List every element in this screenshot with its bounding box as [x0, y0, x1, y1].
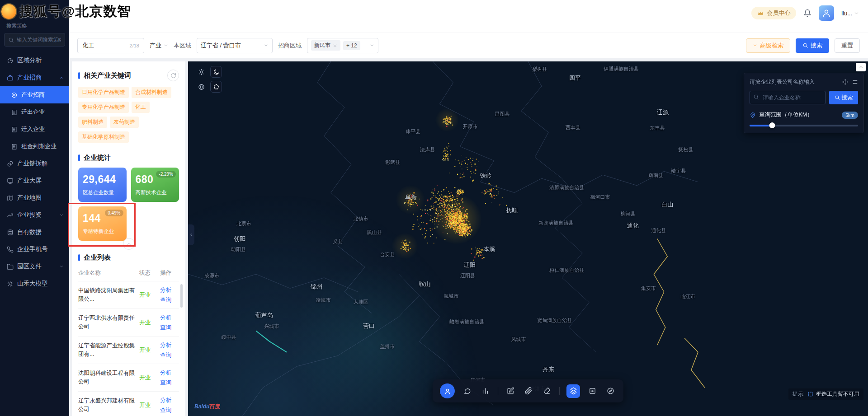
chevron-down-icon: [163, 43, 168, 48]
panel-collapse-handle[interactable]: [188, 224, 194, 245]
table-row: 辽宁省能源产业控股集团有...开业分析查询: [78, 337, 179, 364]
sidebar-item-产业招商[interactable]: 产业招商: [0, 86, 69, 103]
refresh-keywords-button[interactable]: [167, 70, 179, 81]
sidebar-item-产业地图[interactable]: 产业地图: [0, 189, 69, 206]
industry-dropdown[interactable]: 产业: [150, 42, 168, 50]
avatar[interactable]: [819, 5, 834, 21]
stats-section: 29,644区总企业数量680高新技术企业-2.29%144专精特新企业0.49…: [78, 168, 179, 241]
map-search-button[interactable]: 搜索: [829, 91, 858, 104]
map-panel-toggle-button[interactable]: [856, 63, 866, 71]
building-icon: [11, 109, 18, 116]
attribution-cjk: 百度: [209, 403, 220, 410]
keyword-tag[interactable]: 肥料制造: [78, 117, 107, 128]
region-select[interactable]: 辽宁省 / 营口市: [197, 38, 273, 53]
user-menu[interactable]: liu...: [841, 10, 859, 17]
keyword-tag[interactable]: 日用化学产品制造: [78, 87, 129, 98]
search-icon: [753, 94, 759, 100]
sidebar-item-山禾大模型[interactable]: 山禾大模型: [0, 275, 69, 292]
advanced-search-label: 高级检索: [760, 42, 783, 50]
range-value-badge: 5km: [842, 112, 858, 119]
action-link-分析[interactable]: 分析: [160, 314, 179, 322]
target-region-tag: 新民市: [311, 40, 340, 51]
sidebar-item-区域分析[interactable]: 区域分析: [0, 52, 69, 69]
table-row: 沈阳朗科建设工程有限公司开业分析查询: [78, 364, 179, 392]
map-tool-paperclip-button[interactable]: [523, 385, 534, 397]
map-company-input[interactable]: [750, 91, 826, 104]
action-link-查询[interactable]: 查询: [160, 407, 179, 414]
sidebar-item-园区文件[interactable]: 园区文件: [0, 258, 69, 275]
action-link-查询[interactable]: 查询: [160, 379, 179, 387]
action-link-查询[interactable]: 查询: [160, 351, 179, 359]
search-button[interactable]: 搜索: [796, 38, 829, 53]
folder-icon: [7, 263, 14, 270]
action-link-分析[interactable]: 分析: [160, 286, 179, 294]
advanced-search-button[interactable]: 高级检索: [746, 38, 790, 53]
reset-button-label: 重置: [841, 42, 853, 50]
sidebar-item-label: 自有数据: [17, 228, 42, 236]
map-tool-layers-button[interactable]: [566, 384, 580, 398]
sidebar-item-迁出企业[interactable]: 迁出企业: [0, 103, 69, 121]
sidebar-item-自有数据[interactable]: 自有数据: [0, 224, 69, 241]
chevron-down-icon: [753, 43, 758, 48]
map-tool-eraser-button[interactable]: [541, 385, 552, 397]
range-slider-knob[interactable]: [769, 122, 775, 128]
map-tool-bar-chart-button[interactable]: [480, 385, 491, 397]
map-control-globe-button[interactable]: [195, 81, 207, 93]
reset-button[interactable]: 重置: [835, 38, 860, 53]
map-controls: [195, 66, 222, 93]
stat-card-专精特新企业[interactable]: 144专精特新企业0.49%: [78, 206, 127, 241]
content: 相关产业关键词 日用化学产品制造合成材料制造专用化学产品制造化工肥料制造农药制造…: [69, 61, 868, 416]
map-control-polygon-button[interactable]: [210, 81, 222, 93]
bell-icon[interactable]: [803, 9, 811, 17]
map-control-moon-button[interactable]: [210, 66, 222, 78]
stat-label: 高新技术企业: [136, 189, 175, 196]
stats-grid: 29,644区总企业数量680高新技术企业-2.29%144专精特新企业0.49…: [78, 168, 179, 241]
keyword-input[interactable]: [82, 42, 127, 49]
list-icon[interactable]: [852, 79, 858, 85]
enterprise-name: 中国铁路沈阳局集团有限公...: [78, 286, 139, 304]
map-tool-box-x-button[interactable]: [587, 385, 598, 397]
map-icon: [7, 195, 14, 201]
map-tool-person-location-button[interactable]: [440, 383, 455, 398]
link-icon: [7, 160, 14, 167]
toolbar-divider: [559, 387, 560, 395]
keyword-tag[interactable]: 化工: [132, 102, 150, 113]
sidebar-item-企业投资[interactable]: 企业投资: [0, 206, 69, 224]
map-tool-chat-button[interactable]: [462, 385, 473, 397]
action-link-分析[interactable]: 分析: [160, 341, 179, 349]
map-tool-compass-button[interactable]: [605, 385, 616, 397]
keyword-tag[interactable]: 农药制造: [110, 117, 139, 128]
map[interactable]: 梨树县伊通满族自治县四平昌图县辽源东丰县西丰县开原市康平县法库县彰武县铁岭抚松县…: [188, 61, 868, 416]
sidebar-item-label: 区域分析: [17, 56, 42, 65]
target-region-select[interactable]: 新民市 + 12: [307, 38, 378, 53]
action-link-查询[interactable]: 查询: [160, 324, 179, 332]
keyword-tag[interactable]: 专用化学产品制造: [78, 102, 129, 113]
sidebar-item-租金到期企业[interactable]: 租金到期企业: [0, 138, 69, 155]
stats-collapse-button[interactable]: [123, 238, 135, 250]
move-icon[interactable]: [842, 79, 848, 85]
close-icon[interactable]: [333, 43, 337, 48]
sidebar-item-产业链拆解[interactable]: 产业链拆解: [0, 155, 69, 172]
row-actions: 分析查询: [160, 314, 179, 332]
hamburger-icon[interactable]: [75, 7, 85, 16]
map-search-button-label: 搜索: [842, 94, 853, 102]
sidebar-item-产业招商[interactable]: 产业招商: [0, 69, 69, 86]
stat-label: 区总企业数量: [83, 189, 122, 196]
stat-card-区总企业数量[interactable]: 29,644区总企业数量: [78, 168, 127, 202]
member-center-button[interactable]: 会员中心: [751, 7, 796, 19]
sidebar-item-label: 产业大屏: [17, 177, 42, 185]
keyword-tag[interactable]: 基础化学原料制造: [78, 131, 129, 143]
action-link-分析[interactable]: 分析: [160, 397, 179, 404]
sidebar-item-迁入企业[interactable]: 迁入企业: [0, 121, 69, 138]
keyword-tag[interactable]: 合成材料制造: [132, 87, 171, 98]
sidebar-item-产业大屏[interactable]: 产业大屏: [0, 172, 69, 189]
map-tool-edit-button[interactable]: [505, 385, 516, 397]
stat-card-高新技术企业[interactable]: 680高新技术企业-2.29%: [131, 168, 179, 202]
sidebar-item-企业手机号[interactable]: 企业手机号: [0, 241, 69, 258]
action-link-分析[interactable]: 分析: [160, 369, 179, 377]
list-scrollbar[interactable]: [180, 284, 183, 308]
action-link-查询[interactable]: 查询: [160, 296, 179, 304]
range-slider[interactable]: [750, 125, 858, 126]
sidebar-search-input[interactable]: [17, 37, 61, 42]
map-control-sun-button[interactable]: [195, 66, 207, 78]
